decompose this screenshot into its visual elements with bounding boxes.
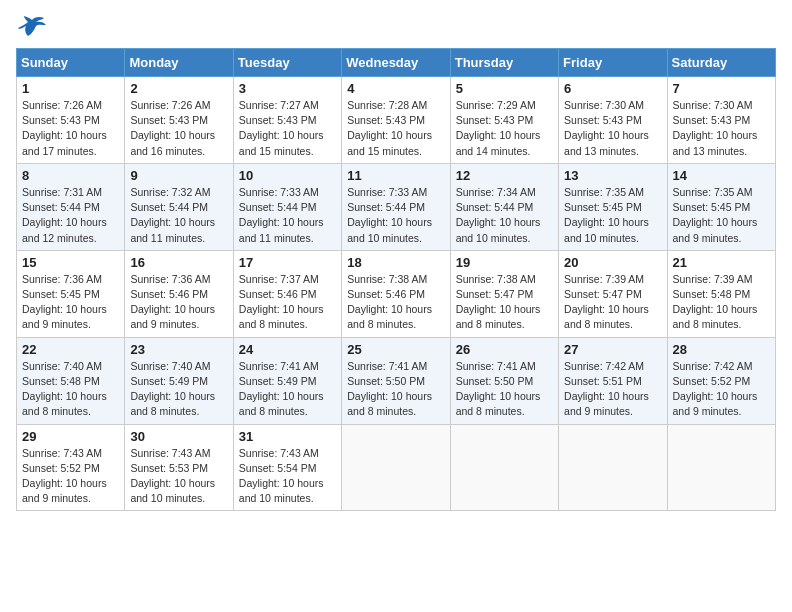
weekday-header-wednesday: Wednesday [342,49,450,77]
calendar-day-cell: 29Sunrise: 7:43 AMSunset: 5:52 PMDayligh… [17,424,125,511]
day-info: Sunrise: 7:42 AMSunset: 5:51 PMDaylight:… [564,359,661,420]
calendar-week-row: 22Sunrise: 7:40 AMSunset: 5:48 PMDayligh… [17,337,776,424]
day-number: 26 [456,342,553,357]
day-info: Sunrise: 7:41 AMSunset: 5:50 PMDaylight:… [347,359,444,420]
weekday-header-friday: Friday [559,49,667,77]
calendar-day-cell: 9Sunrise: 7:32 AMSunset: 5:44 PMDaylight… [125,163,233,250]
calendar-day-cell: 1Sunrise: 7:26 AMSunset: 5:43 PMDaylight… [17,77,125,164]
weekday-header-saturday: Saturday [667,49,775,77]
calendar-week-row: 15Sunrise: 7:36 AMSunset: 5:45 PMDayligh… [17,250,776,337]
calendar-week-row: 29Sunrise: 7:43 AMSunset: 5:52 PMDayligh… [17,424,776,511]
logo [16,16,46,38]
day-number: 23 [130,342,227,357]
calendar-day-cell: 14Sunrise: 7:35 AMSunset: 5:45 PMDayligh… [667,163,775,250]
calendar-day-cell: 11Sunrise: 7:33 AMSunset: 5:44 PMDayligh… [342,163,450,250]
page-header [16,16,776,38]
day-number: 12 [456,168,553,183]
day-number: 9 [130,168,227,183]
day-number: 5 [456,81,553,96]
weekday-header-thursday: Thursday [450,49,558,77]
calendar-day-cell: 31Sunrise: 7:43 AMSunset: 5:54 PMDayligh… [233,424,341,511]
calendar-week-row: 8Sunrise: 7:31 AMSunset: 5:44 PMDaylight… [17,163,776,250]
day-info: Sunrise: 7:30 AMSunset: 5:43 PMDaylight:… [564,98,661,159]
day-number: 31 [239,429,336,444]
day-info: Sunrise: 7:29 AMSunset: 5:43 PMDaylight:… [456,98,553,159]
day-info: Sunrise: 7:40 AMSunset: 5:49 PMDaylight:… [130,359,227,420]
calendar-day-cell: 12Sunrise: 7:34 AMSunset: 5:44 PMDayligh… [450,163,558,250]
day-number: 6 [564,81,661,96]
calendar-day-cell: 19Sunrise: 7:38 AMSunset: 5:47 PMDayligh… [450,250,558,337]
day-info: Sunrise: 7:43 AMSunset: 5:53 PMDaylight:… [130,446,227,507]
calendar-day-cell: 17Sunrise: 7:37 AMSunset: 5:46 PMDayligh… [233,250,341,337]
calendar-day-cell: 2Sunrise: 7:26 AMSunset: 5:43 PMDaylight… [125,77,233,164]
day-info: Sunrise: 7:35 AMSunset: 5:45 PMDaylight:… [673,185,770,246]
day-info: Sunrise: 7:31 AMSunset: 5:44 PMDaylight:… [22,185,119,246]
day-number: 22 [22,342,119,357]
weekday-header-monday: Monday [125,49,233,77]
empty-cell [559,424,667,511]
day-info: Sunrise: 7:41 AMSunset: 5:49 PMDaylight:… [239,359,336,420]
day-number: 17 [239,255,336,270]
day-info: Sunrise: 7:26 AMSunset: 5:43 PMDaylight:… [22,98,119,159]
day-info: Sunrise: 7:38 AMSunset: 5:46 PMDaylight:… [347,272,444,333]
day-number: 4 [347,81,444,96]
calendar-day-cell: 16Sunrise: 7:36 AMSunset: 5:46 PMDayligh… [125,250,233,337]
calendar-day-cell: 3Sunrise: 7:27 AMSunset: 5:43 PMDaylight… [233,77,341,164]
day-number: 15 [22,255,119,270]
day-info: Sunrise: 7:30 AMSunset: 5:43 PMDaylight:… [673,98,770,159]
calendar-day-cell: 7Sunrise: 7:30 AMSunset: 5:43 PMDaylight… [667,77,775,164]
calendar-day-cell: 23Sunrise: 7:40 AMSunset: 5:49 PMDayligh… [125,337,233,424]
calendar-table: SundayMondayTuesdayWednesdayThursdayFrid… [16,48,776,511]
day-number: 16 [130,255,227,270]
logo-bird-icon [18,16,46,38]
calendar-day-cell: 18Sunrise: 7:38 AMSunset: 5:46 PMDayligh… [342,250,450,337]
day-number: 30 [130,429,227,444]
day-info: Sunrise: 7:33 AMSunset: 5:44 PMDaylight:… [347,185,444,246]
empty-cell [342,424,450,511]
calendar-day-cell: 21Sunrise: 7:39 AMSunset: 5:48 PMDayligh… [667,250,775,337]
calendar-day-cell: 20Sunrise: 7:39 AMSunset: 5:47 PMDayligh… [559,250,667,337]
day-info: Sunrise: 7:26 AMSunset: 5:43 PMDaylight:… [130,98,227,159]
day-number: 2 [130,81,227,96]
day-number: 19 [456,255,553,270]
day-info: Sunrise: 7:39 AMSunset: 5:48 PMDaylight:… [673,272,770,333]
day-info: Sunrise: 7:33 AMSunset: 5:44 PMDaylight:… [239,185,336,246]
day-number: 1 [22,81,119,96]
calendar-day-cell: 30Sunrise: 7:43 AMSunset: 5:53 PMDayligh… [125,424,233,511]
calendar-week-row: 1Sunrise: 7:26 AMSunset: 5:43 PMDaylight… [17,77,776,164]
empty-cell [667,424,775,511]
calendar-day-cell: 4Sunrise: 7:28 AMSunset: 5:43 PMDaylight… [342,77,450,164]
day-info: Sunrise: 7:36 AMSunset: 5:46 PMDaylight:… [130,272,227,333]
day-number: 24 [239,342,336,357]
calendar-day-cell: 6Sunrise: 7:30 AMSunset: 5:43 PMDaylight… [559,77,667,164]
day-number: 13 [564,168,661,183]
day-info: Sunrise: 7:37 AMSunset: 5:46 PMDaylight:… [239,272,336,333]
calendar-day-cell: 13Sunrise: 7:35 AMSunset: 5:45 PMDayligh… [559,163,667,250]
calendar-day-cell: 8Sunrise: 7:31 AMSunset: 5:44 PMDaylight… [17,163,125,250]
calendar-day-cell: 28Sunrise: 7:42 AMSunset: 5:52 PMDayligh… [667,337,775,424]
day-info: Sunrise: 7:43 AMSunset: 5:52 PMDaylight:… [22,446,119,507]
day-number: 29 [22,429,119,444]
day-number: 27 [564,342,661,357]
day-info: Sunrise: 7:43 AMSunset: 5:54 PMDaylight:… [239,446,336,507]
empty-cell [450,424,558,511]
day-number: 14 [673,168,770,183]
day-info: Sunrise: 7:27 AMSunset: 5:43 PMDaylight:… [239,98,336,159]
day-number: 18 [347,255,444,270]
day-number: 7 [673,81,770,96]
weekday-header-row: SundayMondayTuesdayWednesdayThursdayFrid… [17,49,776,77]
calendar-day-cell: 24Sunrise: 7:41 AMSunset: 5:49 PMDayligh… [233,337,341,424]
day-info: Sunrise: 7:32 AMSunset: 5:44 PMDaylight:… [130,185,227,246]
day-info: Sunrise: 7:40 AMSunset: 5:48 PMDaylight:… [22,359,119,420]
day-number: 21 [673,255,770,270]
weekday-header-tuesday: Tuesday [233,49,341,77]
day-info: Sunrise: 7:34 AMSunset: 5:44 PMDaylight:… [456,185,553,246]
calendar-day-cell: 27Sunrise: 7:42 AMSunset: 5:51 PMDayligh… [559,337,667,424]
day-info: Sunrise: 7:38 AMSunset: 5:47 PMDaylight:… [456,272,553,333]
day-info: Sunrise: 7:35 AMSunset: 5:45 PMDaylight:… [564,185,661,246]
day-info: Sunrise: 7:28 AMSunset: 5:43 PMDaylight:… [347,98,444,159]
calendar-day-cell: 10Sunrise: 7:33 AMSunset: 5:44 PMDayligh… [233,163,341,250]
day-info: Sunrise: 7:41 AMSunset: 5:50 PMDaylight:… [456,359,553,420]
calendar-day-cell: 22Sunrise: 7:40 AMSunset: 5:48 PMDayligh… [17,337,125,424]
day-number: 11 [347,168,444,183]
